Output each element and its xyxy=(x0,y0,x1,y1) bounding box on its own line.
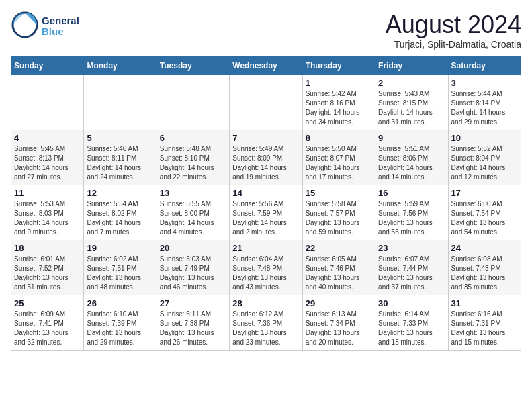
day-info: Sunrise: 6:07 AM Sunset: 7:44 PM Dayligh… xyxy=(378,255,445,292)
day-info: Sunrise: 6:03 AM Sunset: 7:49 PM Dayligh… xyxy=(160,255,226,292)
day-cell: 14Sunrise: 5:56 AM Sunset: 7:59 PM Dayli… xyxy=(230,185,302,240)
day-number: 22 xyxy=(306,243,372,253)
day-number: 11 xyxy=(14,188,81,198)
day-info: Sunrise: 5:43 AM Sunset: 8:15 PM Dayligh… xyxy=(378,89,445,127)
day-info: Sunrise: 5:58 AM Sunset: 7:57 PM Dayligh… xyxy=(306,199,372,237)
day-info: Sunrise: 6:02 AM Sunset: 7:51 PM Dayligh… xyxy=(87,255,153,292)
day-number: 25 xyxy=(14,298,81,308)
day-number: 2 xyxy=(378,78,445,88)
day-cell: 7Sunrise: 5:49 AM Sunset: 8:09 PM Daylig… xyxy=(230,130,302,185)
day-number: 30 xyxy=(378,298,445,308)
day-cell: 8Sunrise: 5:50 AM Sunset: 8:07 PM Daylig… xyxy=(302,130,375,185)
day-cell: 10Sunrise: 5:52 AM Sunset: 8:04 PM Dayli… xyxy=(448,130,521,185)
day-number: 18 xyxy=(14,243,81,253)
day-number: 21 xyxy=(232,243,299,253)
day-number: 16 xyxy=(378,188,445,198)
day-info: Sunrise: 6:01 AM Sunset: 7:52 PM Dayligh… xyxy=(14,255,81,292)
weekday-header-thursday: Thursday xyxy=(302,57,375,75)
day-info: Sunrise: 6:04 AM Sunset: 7:48 PM Dayligh… xyxy=(232,255,299,292)
day-number: 31 xyxy=(451,298,518,308)
day-info: Sunrise: 5:48 AM Sunset: 8:10 PM Dayligh… xyxy=(160,144,226,182)
day-cell xyxy=(84,75,157,130)
week-row-2: 4Sunrise: 5:45 AM Sunset: 8:13 PM Daylig… xyxy=(11,130,521,185)
day-info: Sunrise: 5:59 AM Sunset: 7:56 PM Dayligh… xyxy=(378,199,445,237)
day-info: Sunrise: 6:05 AM Sunset: 7:46 PM Dayligh… xyxy=(306,255,372,292)
day-number: 1 xyxy=(306,78,372,88)
day-number: 12 xyxy=(87,188,153,198)
day-cell xyxy=(157,75,229,130)
day-info: Sunrise: 5:44 AM Sunset: 8:14 PM Dayligh… xyxy=(451,89,518,127)
day-cell: 15Sunrise: 5:58 AM Sunset: 7:57 PM Dayli… xyxy=(302,185,375,240)
day-cell: 11Sunrise: 5:53 AM Sunset: 8:03 PM Dayli… xyxy=(11,185,84,240)
month-title: August 2024 xyxy=(386,11,521,39)
week-row-3: 11Sunrise: 5:53 AM Sunset: 8:03 PM Dayli… xyxy=(11,185,521,240)
day-cell: 27Sunrise: 6:11 AM Sunset: 7:38 PM Dayli… xyxy=(157,295,229,351)
location-subtitle: Turjaci, Split-Dalmatia, Croatia xyxy=(386,39,521,50)
day-cell: 9Sunrise: 5:51 AM Sunset: 8:06 PM Daylig… xyxy=(375,130,448,185)
day-cell: 2Sunrise: 5:43 AM Sunset: 8:15 PM Daylig… xyxy=(375,75,448,130)
day-info: Sunrise: 5:55 AM Sunset: 8:00 PM Dayligh… xyxy=(160,199,226,237)
day-info: Sunrise: 5:49 AM Sunset: 8:09 PM Dayligh… xyxy=(232,144,299,182)
day-cell: 31Sunrise: 6:16 AM Sunset: 7:31 PM Dayli… xyxy=(448,295,521,351)
day-info: Sunrise: 6:11 AM Sunset: 7:38 PM Dayligh… xyxy=(160,310,226,347)
weekday-header-sunday: Sunday xyxy=(11,57,84,75)
logo-blue: Blue xyxy=(42,26,79,38)
day-cell xyxy=(230,75,302,130)
day-number: 9 xyxy=(378,133,445,143)
day-number: 19 xyxy=(87,243,153,253)
day-number: 6 xyxy=(160,133,226,143)
day-number: 13 xyxy=(160,188,226,198)
header: General Blue August 2024 Turjaci, Split-… xyxy=(11,11,521,50)
weekday-header-wednesday: Wednesday xyxy=(230,57,302,75)
day-number: 7 xyxy=(232,133,299,143)
day-cell: 29Sunrise: 6:13 AM Sunset: 7:34 PM Dayli… xyxy=(302,295,375,351)
day-cell: 6Sunrise: 5:48 AM Sunset: 8:10 PM Daylig… xyxy=(157,130,229,185)
day-cell: 19Sunrise: 6:02 AM Sunset: 7:51 PM Dayli… xyxy=(84,240,157,295)
day-cell: 22Sunrise: 6:05 AM Sunset: 7:46 PM Dayli… xyxy=(302,240,375,295)
day-cell: 5Sunrise: 5:46 AM Sunset: 8:11 PM Daylig… xyxy=(84,130,157,185)
week-row-4: 18Sunrise: 6:01 AM Sunset: 7:52 PM Dayli… xyxy=(11,240,521,295)
day-info: Sunrise: 5:50 AM Sunset: 8:07 PM Dayligh… xyxy=(306,144,372,182)
day-number: 15 xyxy=(306,188,372,198)
day-info: Sunrise: 6:13 AM Sunset: 7:34 PM Dayligh… xyxy=(306,310,372,347)
logo: General Blue xyxy=(11,11,79,42)
day-number: 10 xyxy=(451,133,518,143)
weekday-header-monday: Monday xyxy=(84,57,157,75)
day-cell: 12Sunrise: 5:54 AM Sunset: 8:02 PM Dayli… xyxy=(84,185,157,240)
logo-general: General xyxy=(42,15,79,27)
day-info: Sunrise: 5:45 AM Sunset: 8:13 PM Dayligh… xyxy=(14,144,81,182)
day-number: 14 xyxy=(232,188,299,198)
day-cell: 21Sunrise: 6:04 AM Sunset: 7:48 PM Dayli… xyxy=(230,240,302,295)
day-number: 24 xyxy=(451,243,518,253)
day-cell: 20Sunrise: 6:03 AM Sunset: 7:49 PM Dayli… xyxy=(157,240,229,295)
week-row-5: 25Sunrise: 6:09 AM Sunset: 7:41 PM Dayli… xyxy=(11,295,521,351)
day-number: 17 xyxy=(451,188,518,198)
day-cell: 17Sunrise: 6:00 AM Sunset: 7:54 PM Dayli… xyxy=(448,185,521,240)
day-info: Sunrise: 6:08 AM Sunset: 7:43 PM Dayligh… xyxy=(451,255,518,292)
day-number: 27 xyxy=(160,298,226,308)
day-info: Sunrise: 5:52 AM Sunset: 8:04 PM Dayligh… xyxy=(451,144,518,182)
day-cell xyxy=(11,75,84,130)
day-number: 29 xyxy=(306,298,372,308)
weekday-header-tuesday: Tuesday xyxy=(157,57,229,75)
week-row-1: 1Sunrise: 5:42 AM Sunset: 8:16 PM Daylig… xyxy=(11,75,521,130)
calendar-table: SundayMondayTuesdayWednesdayThursdayFrid… xyxy=(11,56,521,351)
day-info: Sunrise: 6:10 AM Sunset: 7:39 PM Dayligh… xyxy=(87,310,153,347)
day-info: Sunrise: 5:46 AM Sunset: 8:11 PM Dayligh… xyxy=(87,144,153,182)
day-cell: 23Sunrise: 6:07 AM Sunset: 7:44 PM Dayli… xyxy=(375,240,448,295)
day-info: Sunrise: 5:42 AM Sunset: 8:16 PM Dayligh… xyxy=(306,89,372,127)
day-number: 28 xyxy=(232,298,299,308)
weekday-header-saturday: Saturday xyxy=(448,57,521,75)
day-cell: 3Sunrise: 5:44 AM Sunset: 8:14 PM Daylig… xyxy=(448,75,521,130)
day-number: 23 xyxy=(378,243,445,253)
day-info: Sunrise: 6:16 AM Sunset: 7:31 PM Dayligh… xyxy=(451,310,518,347)
weekday-header-friday: Friday xyxy=(375,57,448,75)
day-info: Sunrise: 5:51 AM Sunset: 8:06 PM Dayligh… xyxy=(378,144,445,182)
day-info: Sunrise: 6:09 AM Sunset: 7:41 PM Dayligh… xyxy=(14,310,81,347)
day-number: 20 xyxy=(160,243,226,253)
day-cell: 24Sunrise: 6:08 AM Sunset: 7:43 PM Dayli… xyxy=(448,240,521,295)
day-number: 5 xyxy=(87,133,153,143)
day-cell: 18Sunrise: 6:01 AM Sunset: 7:52 PM Dayli… xyxy=(11,240,84,295)
day-info: Sunrise: 5:56 AM Sunset: 7:59 PM Dayligh… xyxy=(232,199,299,237)
day-cell: 30Sunrise: 6:14 AM Sunset: 7:33 PM Dayli… xyxy=(375,295,448,351)
